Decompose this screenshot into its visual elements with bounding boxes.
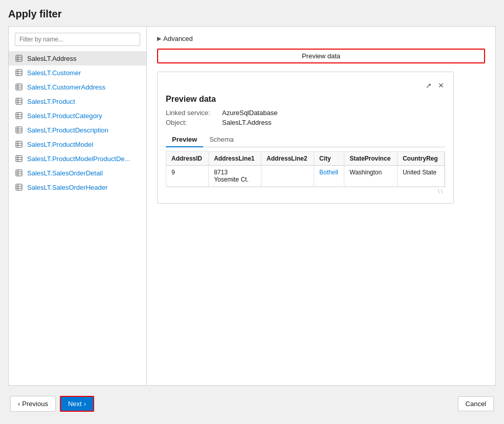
sidebar-item-product-description[interactable]: SalesLT.ProductDescription [9,123,146,137]
sidebar-item-label: SalesLT.ProductModelProductDe... [27,155,130,163]
sidebar-items: SalesLT.Address SalesLT.Customer SalesLT… [9,51,146,194]
sidebar-item-product-model-product[interactable]: SalesLT.ProductModelProductDe... [9,151,146,166]
linked-service-row: Linked service: AzureSqlDatabase [166,109,445,117]
svg-rect-4 [16,70,22,76]
sidebar-item-label: SalesLT.CustomerAddress [27,83,105,91]
preview-card: ➚ ✕ Preview data Linked service: AzureSq… [157,72,454,204]
tabs-row: PreviewSchema [166,132,445,147]
table-header: AddressLine1 [209,152,261,166]
table-header: AddressID [166,152,209,166]
data-table: AddressIDAddressLine1AddressLine2CitySta… [166,152,445,187]
svg-rect-8 [16,84,22,90]
table-header: StateProvince [344,152,398,166]
sidebar-item-label: SalesLT.Product [27,98,75,105]
sidebar-item-product-model[interactable]: SalesLT.ProductModel [9,137,146,151]
next-button[interactable]: Next › [60,396,94,412]
table-cell: United State [397,166,444,187]
table-icon [15,83,23,91]
table-icon [15,183,23,191]
sidebar-item-product-category[interactable]: SalesLT.ProductCategory [9,108,146,123]
cancel-button[interactable]: Cancel [458,396,494,411]
svg-rect-20 [16,127,22,133]
sidebar-item-product[interactable]: SalesLT.Product [9,94,146,108]
svg-rect-24 [16,141,22,147]
table-header: CountryReg [397,152,444,166]
next-chevron-icon: › [84,400,86,408]
expand-icon[interactable]: ➚ [425,80,433,91]
main-panel: SalesLT.Address SalesLT.Customer SalesLT… [8,26,496,386]
sidebar-item-label: SalesLT.ProductModel [27,141,93,148]
previous-label: Previous [22,400,48,408]
linked-service-value: AzureSqlDatabase [222,109,277,117]
close-icon[interactable]: ✕ [437,80,445,91]
table-header: AddressLine2 [261,152,314,166]
sidebar-item-label: SalesLT.SalesOrderHeader [27,184,107,191]
tab-preview[interactable]: Preview [166,132,203,147]
sidebar-item-label: SalesLT.Customer [27,69,81,77]
preview-data-button[interactable]: Preview data [157,49,485,63]
content-area: ▶ Advanced Preview data ➚ ✕ Preview data… [147,27,495,385]
table-header: City [314,152,344,166]
tab-schema[interactable]: Schema [203,132,240,147]
advanced-row: ▶ Advanced [157,35,485,42]
svg-rect-0 [16,55,22,61]
table-cell [261,166,314,187]
sidebar-item-sales-order-detail[interactable]: SalesLT.SalesOrderDetail [9,166,146,180]
resize-handle: ∖∖ [166,187,445,195]
svg-rect-36 [16,184,22,190]
table-row: 98713 Yosemite Ct.BothellWashingtonUnite… [166,166,445,187]
table-icon [15,154,23,163]
table-icon [15,54,23,62]
object-value: SalesLT.Address [222,119,272,126]
search-input[interactable] [15,33,140,46]
sidebar-item-label: SalesLT.ProductDescription [27,126,108,134]
previous-button[interactable]: ‹ Previous [10,396,56,412]
object-row: Object: SalesLT.Address [166,119,445,126]
svg-rect-16 [16,113,22,119]
table-cell: 9 [166,166,209,187]
preview-card-title: Preview data [166,95,445,104]
svg-rect-28 [16,155,22,162]
preview-card-header: ➚ ✕ [166,80,445,91]
table-icon [15,169,23,177]
table-icon [15,111,23,120]
sidebar-item-sales-order-header[interactable]: SalesLT.SalesOrderHeader [9,180,146,194]
next-label: Next [68,400,82,408]
sidebar-item-label: SalesLT.Address [27,55,77,62]
sidebar: SalesLT.Address SalesLT.Customer SalesLT… [9,27,147,385]
object-label: Object: [166,119,222,126]
previous-chevron-icon: ‹ [18,400,20,408]
table-cell: 8713 Yosemite Ct. [209,166,261,187]
advanced-chevron-icon: ▶ [157,35,161,42]
table-icon [15,69,23,77]
linked-service-label: Linked service: [166,109,222,117]
sidebar-item-address[interactable]: SalesLT.Address [9,51,146,65]
table-icon [15,140,23,148]
table-icon [15,126,23,134]
svg-rect-12 [16,98,22,104]
footer-left: ‹ Previous Next › [10,396,94,412]
data-table-wrapper: AddressIDAddressLine1AddressLine2CitySta… [166,151,445,187]
advanced-label: Advanced [163,35,193,42]
sidebar-item-label: SalesLT.ProductCategory [27,112,102,120]
table-icon [15,97,23,105]
page-title: Apply filter [8,8,496,20]
table-cell: Washington [344,166,398,187]
table-cell: Bothell [314,166,344,187]
sidebar-item-label: SalesLT.SalesOrderDetail [27,169,103,177]
svg-rect-32 [16,170,22,176]
footer: ‹ Previous Next › Cancel [8,392,496,416]
sidebar-item-customer[interactable]: SalesLT.Customer [9,65,146,80]
sidebar-item-customer-address[interactable]: SalesLT.CustomerAddress [9,80,146,94]
